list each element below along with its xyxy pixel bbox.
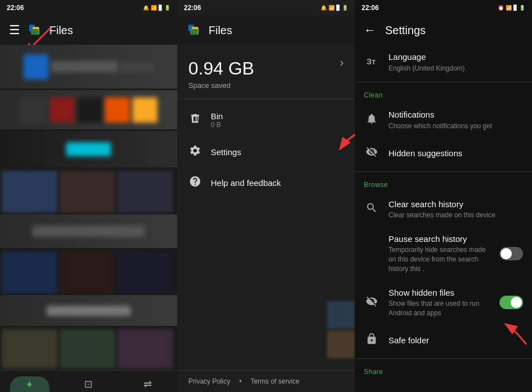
language-icon: Зт	[364, 55, 380, 70]
settings-item-pause-history[interactable]: Pause search history Temporarily hide se…	[355, 227, 532, 281]
app-bar-1: ☰ Files	[0, 16, 177, 45]
notifications-content: Notifications Choose which notifications…	[388, 109, 523, 130]
blur-row-7	[0, 295, 177, 326]
blur-row-2	[0, 90, 177, 129]
signal-icon: 📶	[151, 5, 157, 11]
svg-text:Зт: Зт	[367, 57, 376, 66]
panel-files-menu: 22:06 🔔 📶 ▊ 🔋 Files 0.94 GB Space saved …	[177, 0, 355, 392]
status-time-2: 22:06	[184, 4, 201, 12]
battery-icon: 🔋	[164, 5, 170, 11]
pause-history-toggle[interactable]	[499, 247, 523, 260]
status-time-3: 22:06	[362, 4, 379, 12]
toggle-knob-pause	[501, 248, 512, 259]
footer: Privacy Policy • Terms of service	[177, 370, 355, 392]
storage-section: 0.94 GB Space saved ›	[177, 45, 355, 99]
settings-item-hidden-files[interactable]: Show hidden files Show files that are us…	[355, 281, 532, 325]
hidden-suggestions-content: Hidden suggestions	[388, 148, 523, 159]
safe-folder-icon	[364, 333, 380, 348]
clear-history-title: Clear search history	[388, 199, 523, 210]
blur-row-8	[0, 328, 177, 370]
browse-icon: ⊡	[84, 378, 92, 390]
privacy-link[interactable]: Privacy Policy	[188, 377, 230, 385]
settings-item-language[interactable]: Зт Language English (United Kingdom)	[355, 45, 532, 80]
blur-row-6	[0, 250, 177, 295]
notification-icon-2: 🔔	[321, 5, 327, 11]
pause-history-content: Pause search history Temporarily hide se…	[388, 234, 491, 274]
status-bar-1: 22:06 🔔 📶 ▊ 🔋	[0, 0, 177, 16]
signal-icon-2: 📶	[329, 5, 335, 11]
app-bar-2: Files	[177, 16, 355, 45]
divider-2	[355, 171, 532, 172]
hidden-suggestions-title: Hidden suggestions	[388, 148, 523, 159]
settings-app-bar: ← Settings	[355, 16, 532, 45]
hidden-files-content: Show hidden files Show files that are us…	[388, 287, 491, 318]
files-logo	[27, 22, 43, 38]
settings-title: Settings	[385, 24, 425, 37]
signal-icon-3: 📶	[506, 5, 512, 11]
panel-settings: 22:06 ⏰ 📶 ▊ 🔋 ← Settings Зт Language Eng…	[355, 0, 532, 392]
clear-history-subtitle: Clear searches made on this device	[388, 211, 523, 220]
blur-row-3	[0, 131, 177, 167]
wifi-icon-3: ▊	[514, 5, 517, 11]
nav-browse[interactable]: ⊡ Browse	[59, 374, 118, 393]
nav-clean[interactable]: ✦ Clean	[0, 372, 59, 393]
share-section-header: Share	[355, 361, 532, 379]
menu-item-bin[interactable]: Bin 0 B	[177, 104, 355, 137]
language-subtitle: English (United Kingdom)	[388, 64, 523, 73]
status-bar-2: 22:06 🔔 📶 ▊ 🔋	[177, 0, 355, 16]
status-bar-3: 22:06 ⏰ 📶 ▊ 🔋	[355, 0, 532, 16]
wifi-icon: ▊	[159, 5, 163, 11]
browse-section-header: Browse	[355, 174, 532, 192]
blur-row-4	[0, 169, 177, 214]
bin-size: 0 B	[211, 121, 223, 129]
notifications-icon	[364, 113, 380, 128]
battery-icon-2: 🔋	[342, 5, 348, 11]
app-title-1: Files	[49, 24, 73, 37]
storage-arrow-icon: ›	[340, 56, 344, 69]
back-icon[interactable]: ←	[364, 23, 376, 38]
bin-icon	[188, 113, 202, 128]
blur-row-5	[0, 214, 177, 248]
notifications-subtitle: Choose which notifications you get	[388, 122, 523, 131]
blur-row-1	[0, 45, 177, 88]
alarm-icon: ⏰	[498, 5, 504, 11]
hidden-files-title: Show hidden files	[388, 287, 491, 298]
app-title-2: Files	[209, 24, 232, 37]
share-icon: ⇌	[144, 378, 152, 390]
storage-label: Space saved	[188, 81, 344, 90]
menu-item-settings[interactable]: Settings	[177, 137, 355, 167]
battery-icon-3: 🔋	[519, 5, 525, 11]
blurred-content	[0, 45, 177, 370]
settings-icon	[188, 144, 202, 160]
hamburger-icon[interactable]: ☰	[9, 23, 20, 38]
divider-3	[355, 358, 532, 359]
toggle-knob-hidden	[511, 297, 522, 308]
bin-label: Bin	[211, 111, 223, 121]
menu-item-help[interactable]: Help and feedback	[177, 167, 355, 198]
storage-size: 0.94 GB	[188, 58, 344, 79]
language-content: Language English (United Kingdom)	[388, 52, 523, 73]
status-icons-1: 🔔 📶 ▊ 🔋	[143, 5, 170, 11]
hidden-files-toggle[interactable]	[499, 296, 523, 309]
bottom-nav: ✦ Clean ⊡ Browse ⇌ Share	[0, 370, 177, 392]
panel-files-main: 22:06 🔔 📶 ▊ 🔋 ☰ Files	[0, 0, 177, 392]
hidden-files-icon	[364, 295, 380, 310]
wifi-icon-2: ▊	[336, 5, 340, 11]
footer-dot: •	[239, 377, 242, 385]
clean-section-header: Clean	[355, 85, 532, 102]
clear-history-content: Clear search history Clear searches made…	[388, 199, 523, 220]
svg-rect-2	[31, 29, 39, 35]
nav-share[interactable]: ⇌ Share	[118, 374, 177, 393]
settings-item-notifications[interactable]: Notifications Choose which notifications…	[355, 102, 532, 137]
language-title: Language	[388, 52, 523, 63]
settings-label: Settings	[211, 147, 241, 157]
terms-link[interactable]: Terms of service	[251, 377, 299, 385]
status-time-1: 22:06	[7, 4, 24, 12]
help-icon	[188, 175, 202, 190]
settings-item-hidden-suggestions[interactable]: Hidden suggestions	[355, 138, 532, 169]
divider-1	[355, 82, 532, 82]
red-arrow-toggle	[493, 314, 532, 347]
settings-content: Зт Language English (United Kingdom) Cle…	[355, 45, 532, 392]
pause-history-title: Pause search history	[388, 234, 491, 245]
settings-item-clear-history[interactable]: Clear search history Clear searches made…	[355, 192, 532, 227]
